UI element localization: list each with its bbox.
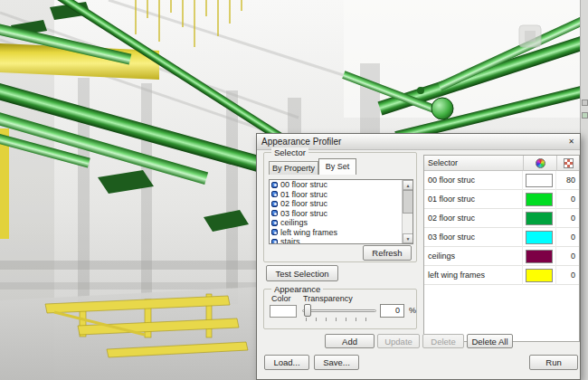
table-header-color — [523, 156, 556, 171]
test-selection-button[interactable]: Test Selection — [266, 265, 338, 281]
load-button[interactable]: Load... — [264, 355, 309, 370]
list-item[interactable]: 01 floor struc — [270, 190, 413, 200]
delete-button[interactable]: Delete — [422, 334, 464, 348]
selection-set-icon — [271, 191, 278, 197]
list-item[interactable]: 03 floor struc — [270, 209, 413, 219]
row-transparency-value: 0 — [555, 266, 579, 285]
table-row[interactable]: left wing frames 0 — [424, 266, 579, 285]
color-picker-swatch[interactable] — [270, 305, 297, 318]
tab-by-property[interactable]: By Property — [269, 161, 318, 175]
table-header-transparency — [556, 156, 580, 171]
delete-all-button[interactable]: Delete All — [467, 334, 513, 348]
list-item-label: ceilings — [280, 218, 308, 228]
close-icon[interactable]: ✕ — [565, 136, 577, 147]
table-row[interactable]: 01 floor struc 0 — [424, 190, 579, 209]
list-scrollbar[interactable]: ▲ ▼ — [402, 180, 413, 243]
row-color-swatch — [526, 174, 553, 187]
refresh-button[interactable]: Refresh — [363, 245, 412, 261]
add-button[interactable]: Add — [325, 334, 375, 348]
appearance-group-label: Appearance — [271, 284, 323, 294]
slider-thumb[interactable] — [304, 304, 311, 317]
scroll-down-icon[interactable]: ▼ — [403, 233, 413, 243]
list-item-label: 00 floor struc — [280, 180, 327, 190]
dialog-title: Appearance Profiler — [261, 137, 341, 147]
selection-set-icon — [271, 229, 278, 235]
table-header: Selector — [424, 156, 579, 171]
run-button[interactable]: Run — [529, 355, 578, 370]
row-transparency-value: 0 — [555, 209, 579, 228]
table-header-selector: Selector — [428, 158, 458, 167]
row-selector-name: ceilings — [424, 252, 522, 261]
appearance-group: Appearance Color Transparency 0 % — [263, 289, 417, 329]
right-sidebar-rail[interactable] — [580, 0, 588, 380]
row-transparency-value: 0 — [555, 190, 579, 209]
row-transparency-value: 80 — [555, 171, 579, 190]
row-color-cell — [522, 190, 555, 209]
appearance-profiler-dialog: Appearance Profiler ✕ Selector By Proper… — [256, 133, 581, 380]
row-color-cell — [522, 171, 555, 190]
slider-track[interactable] — [302, 309, 376, 312]
rail-panel-icon-2[interactable] — [582, 112, 588, 119]
row-color-swatch — [526, 212, 553, 225]
row-selector-name: 02 floor struc — [424, 214, 522, 223]
color-label: Color — [271, 294, 291, 303]
row-selector-name: 00 floor struc — [424, 176, 522, 185]
profiles-table[interactable]: Selector 00 floor struc 80 01 floor stru… — [423, 155, 580, 342]
selection-set-icon — [271, 239, 278, 244]
row-color-cell — [522, 228, 555, 247]
list-item-label: 03 floor struc — [280, 209, 327, 219]
list-item[interactable]: 00 floor struc — [270, 180, 413, 190]
row-color-swatch — [526, 269, 553, 282]
selector-group: Selector By Property By Set 00 floor str… — [263, 152, 417, 262]
transparency-icon — [564, 158, 574, 168]
selection-set-icon — [271, 182, 278, 188]
list-item-label: stairs — [280, 237, 300, 244]
row-selector-name: 03 floor struc — [424, 233, 522, 242]
selection-set-icon — [271, 220, 278, 226]
list-item[interactable]: left wing frames — [270, 228, 413, 238]
slider-ticks — [306, 318, 375, 321]
list-item-label: left wing frames — [280, 228, 337, 238]
selection-set-icon — [271, 201, 278, 207]
scrollbar-thumb[interactable] — [403, 190, 413, 214]
transparency-slider[interactable] — [302, 302, 376, 322]
application-window: Appearance Profiler ✕ Selector By Proper… — [0, 0, 588, 380]
row-selector-name: left wing frames — [424, 271, 522, 280]
selection-set-icon — [271, 210, 278, 216]
selection-sets-list[interactable]: 00 floor struc 01 floor struc 02 floor s… — [269, 179, 413, 244]
row-color-cell — [522, 266, 555, 285]
row-transparency-value: 0 — [555, 247, 579, 266]
list-item-label: 02 floor struc — [280, 199, 327, 209]
update-button[interactable]: Update — [377, 334, 420, 348]
color-sphere-icon — [536, 158, 545, 168]
list-item[interactable]: ceilings — [270, 218, 413, 228]
table-row[interactable]: 03 floor struc 0 — [424, 228, 579, 247]
list-item-label: 01 floor struc — [280, 190, 327, 200]
scroll-up-icon[interactable]: ▲ — [403, 180, 413, 190]
row-color-swatch — [526, 250, 553, 263]
tab-by-set[interactable]: By Set — [318, 158, 356, 175]
transparency-value-box[interactable]: 0 — [380, 304, 404, 318]
percent-label: % — [409, 306, 416, 315]
table-row[interactable]: ceilings 0 — [424, 247, 579, 266]
row-transparency-value: 0 — [555, 228, 579, 247]
row-color-cell — [522, 209, 555, 228]
list-item[interactable]: 02 floor struc — [270, 199, 413, 209]
row-color-cell — [522, 247, 555, 266]
row-selector-name: 01 floor struc — [424, 195, 522, 204]
list-item[interactable]: stairs — [270, 237, 413, 244]
rail-panel-icon[interactable] — [582, 100, 588, 106]
row-color-swatch — [526, 193, 553, 206]
selector-group-label: Selector — [271, 147, 308, 157]
save-button[interactable]: Save... — [314, 355, 359, 370]
row-color-swatch — [526, 231, 553, 244]
table-row[interactable]: 02 floor struc 0 — [424, 209, 579, 228]
table-row[interactable]: 00 floor struc 80 — [424, 171, 579, 190]
